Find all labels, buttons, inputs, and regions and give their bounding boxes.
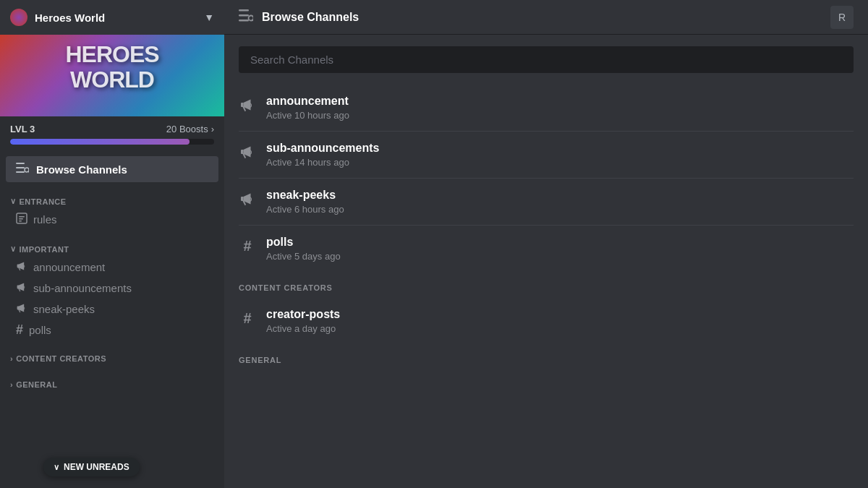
svg-rect-6	[19, 216, 25, 218]
channel-polls-activity: Active 5 days ago	[266, 251, 854, 262]
channel-sneak-peeks-name: sneak-peeks	[33, 303, 95, 315]
channel-row-polls: # polls Active 5 days ago	[239, 226, 854, 272]
boosts-arrow: ›	[211, 124, 214, 134]
sidebar-scroll: ∨ ENTRANCE rules ∨ IMPORTANT	[0, 185, 224, 452]
header-actions: R	[830, 6, 854, 29]
boosts-label[interactable]: 20 Boosts ›	[166, 124, 214, 134]
hash-icon: #	[16, 323, 23, 336]
sidebar-channel-sub-announcements[interactable]: sub-announcements	[10, 278, 214, 299]
rules-icon	[16, 213, 27, 226]
channel-row-creator-posts: # creator-posts Active a day ago	[239, 298, 854, 344]
channel-sneak-peeks-row-name: sneak-peeks	[266, 189, 854, 202]
level-label: LVL 3	[10, 124, 35, 134]
search-placeholder: Search Channels	[250, 53, 333, 66]
channel-creator-posts-row-name: creator-posts	[266, 308, 854, 321]
channel-sub-announcements-activity: Active 14 hours ago	[266, 157, 854, 168]
channel-polls-icon: #	[239, 237, 256, 254]
sidebar-channel-announcement[interactable]: announcement	[10, 257, 214, 278]
channel-announcement-row-name: announcement	[266, 95, 854, 108]
megaphone-icon-3	[16, 302, 27, 316]
svg-rect-11	[239, 20, 249, 22]
progress-bar-track	[10, 139, 214, 145]
svg-line-4	[28, 171, 29, 173]
sidebar-section-general: › GENERAL	[0, 369, 224, 395]
channel-rules-name: rules	[33, 213, 57, 226]
channel-sub-announcements-icon	[239, 143, 256, 160]
svg-rect-7	[19, 218, 23, 220]
main-content: Browse Channels R Search Channels	[224, 0, 868, 488]
channel-polls-row-name: polls	[266, 236, 854, 249]
svg-rect-1	[16, 167, 25, 168]
server-banner: HEROESWORLD	[0, 35, 224, 116]
sidebar-channel-sneak-peeks[interactable]: sneak-peeks	[10, 299, 214, 320]
channel-sub-announcements-row-name: sub-announcements	[266, 142, 854, 155]
channel-announcement-name: announcement	[33, 261, 105, 273]
header-action-button[interactable]: R	[830, 6, 854, 29]
chevron-down-icon: ∨	[54, 463, 59, 472]
section-header-content-creators[interactable]: › CONTENT CREATORS	[10, 354, 214, 363]
server-name: Heroes World	[35, 12, 204, 24]
browse-channels-icon	[16, 162, 29, 176]
sidebar: Heroes World ▼ HEROESWORLD LVL 3 20 Boos…	[0, 0, 224, 488]
megaphone-icon	[16, 260, 27, 274]
channels-list: announcement Active 10 hours ago sub-ann…	[224, 85, 868, 488]
svg-rect-8	[19, 221, 22, 222]
channel-polls-name: polls	[29, 324, 51, 336]
sidebar-section-important: ∨ IMPORTANT announcement	[0, 233, 224, 343]
section-header-entrance[interactable]: ∨ ENTRANCE	[10, 197, 214, 206]
server-banner-text: HEROESWORLD	[65, 42, 158, 93]
main-header-title: Browse Channels	[262, 11, 359, 24]
channel-group-1: announcement Active 10 hours ago sub-ann…	[239, 85, 854, 272]
channel-announcement-activity: Active 10 hours ago	[266, 110, 854, 121]
search-bar[interactable]: Search Channels	[239, 46, 854, 73]
sidebar-channel-polls[interactable]: # polls	[10, 320, 214, 340]
section-header-important[interactable]: ∨ IMPORTANT	[10, 244, 214, 254]
sidebar-channel-rules[interactable]: rules	[10, 209, 214, 230]
progress-bar-fill	[10, 139, 190, 145]
section-header-general[interactable]: › GENERAL	[10, 380, 214, 389]
svg-line-13	[253, 20, 254, 22]
svg-rect-0	[16, 163, 25, 164]
svg-rect-2	[16, 171, 25, 173]
level-bar-section: LVL 3 20 Boosts ›	[0, 116, 224, 153]
channel-category-general: GENERAL	[239, 344, 854, 370]
svg-rect-10	[239, 14, 249, 17]
channel-sub-announcements-name: sub-announcements	[33, 282, 132, 294]
browse-channels-label: Browse Channels	[36, 163, 127, 176]
channel-row-sneak-peeks: sneak-peeks Active 6 hours ago	[239, 179, 854, 226]
channel-row-sub-announcements: sub-announcements Active 14 hours ago	[239, 132, 854, 179]
sidebar-section-content-creators: › CONTENT CREATORS	[0, 343, 224, 369]
sidebar-section-entrance: ∨ ENTRANCE rules	[0, 185, 224, 233]
new-unreads-label: NEW UNREADS	[64, 462, 129, 472]
channel-creator-posts-icon: #	[239, 309, 256, 327]
browse-channels-header-icon	[239, 9, 253, 25]
main-header: Browse Channels R	[224, 0, 868, 35]
server-icon	[10, 9, 27, 26]
channel-category-content-creators: CONTENT CREATORS	[239, 272, 854, 298]
megaphone-icon-2	[16, 281, 27, 295]
header-action-icon: R	[838, 12, 846, 23]
channel-creator-posts-activity: Active a day ago	[266, 323, 854, 334]
browse-channels-button[interactable]: Browse Channels	[6, 156, 218, 182]
svg-rect-9	[239, 9, 249, 12]
channel-announcement-icon	[239, 96, 256, 114]
channel-group-3: GENERAL	[239, 344, 854, 370]
new-unreads-badge[interactable]: ∨ NEW UNREADS	[43, 458, 140, 476]
channel-group-2: CONTENT CREATORS # creator-posts Active …	[239, 272, 854, 344]
channel-row-announcement: announcement Active 10 hours ago	[239, 85, 854, 132]
server-chevron-icon: ▼	[204, 12, 214, 23]
server-header[interactable]: Heroes World ▼	[0, 0, 224, 35]
channel-sneak-peeks-icon	[239, 190, 256, 207]
channel-sneak-peeks-activity: Active 6 hours ago	[266, 204, 854, 215]
